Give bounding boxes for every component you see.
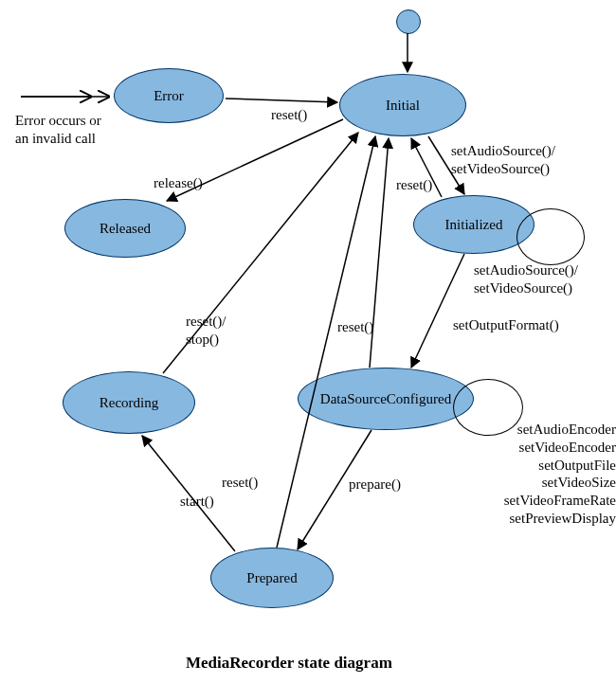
label-set-output-format: setOutputFormat() (453, 316, 559, 334)
state-initialized: Initialized (413, 195, 534, 254)
state-label: Initialized (445, 217, 503, 233)
label-reset-from-prepared: reset() (222, 474, 258, 492)
label-error-cause: Error occurs oran invalid call (15, 112, 129, 148)
label-start: start() (180, 493, 214, 511)
state-label: Prepared (246, 570, 297, 586)
label-reset-from-dsc: reset() (337, 318, 373, 336)
label-dsc-loop: setAudioEncoder()setVideoEncoder()setOut… (474, 421, 616, 528)
label-reset-from-initialized: reset() (396, 176, 432, 194)
state-prepared: Prepared (210, 548, 334, 608)
state-label: Recording (100, 395, 158, 411)
state-label: Initial (386, 98, 420, 114)
diagram-caption: MediaRecorder state diagram (186, 654, 392, 673)
state-initial: Initial (339, 74, 466, 136)
state-label: Error (154, 88, 184, 104)
label-prepare: prepare() (349, 476, 401, 494)
state-recording: Recording (63, 371, 195, 434)
svg-line-3 (226, 99, 337, 102)
state-error: Error (114, 68, 224, 123)
svg-line-7 (411, 254, 464, 368)
label-reset-stop: reset()/stop() (186, 313, 262, 349)
label-initialized-loop: setAudioSource()/setVideoSource() (474, 261, 616, 297)
label-set-src: setAudioSource()/setVideoSource() (451, 142, 593, 178)
start-dot (396, 9, 421, 34)
state-label: Released (100, 221, 151, 237)
initialized-self-loop (516, 208, 585, 265)
state-label: DataSourceConfigured (320, 391, 451, 407)
state-dsc: DataSourceConfigured (298, 368, 474, 430)
state-diagram: Error Initial Released Initialized Recor… (0, 0, 616, 683)
state-released: Released (64, 199, 186, 258)
label-release: release() (154, 174, 203, 192)
label-reset-error: reset() (271, 106, 307, 124)
